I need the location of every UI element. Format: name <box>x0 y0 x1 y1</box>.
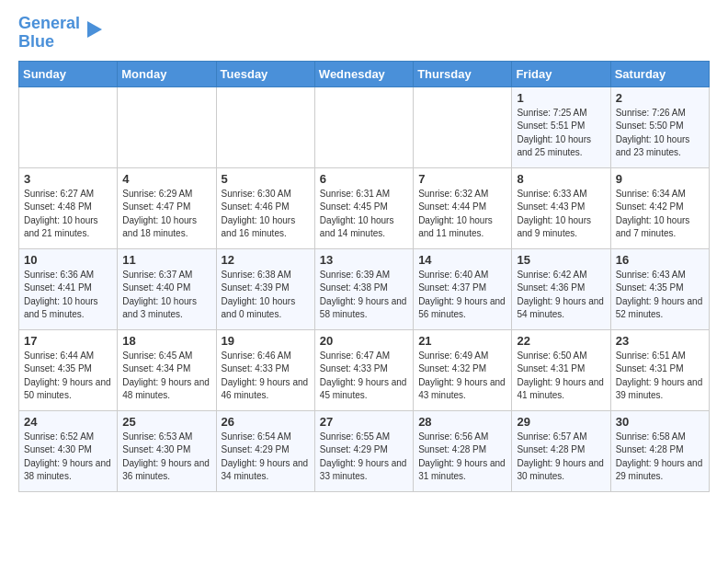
day-number: 28 <box>418 415 506 429</box>
calendar-cell: 2Sunrise: 7:26 AM Sunset: 5:50 PM Daylig… <box>610 86 709 167</box>
header-monday: Monday <box>118 61 216 86</box>
header-tuesday: Tuesday <box>216 61 314 86</box>
day-detail: Sunrise: 6:37 AM Sunset: 4:40 PM Dayligh… <box>122 269 210 322</box>
calendar-cell: 15Sunrise: 6:42 AM Sunset: 4:36 PM Dayli… <box>512 248 610 329</box>
week-row-1: 1Sunrise: 7:25 AM Sunset: 5:51 PM Daylig… <box>19 86 710 167</box>
day-number: 26 <box>222 415 310 429</box>
calendar-cell <box>118 86 216 167</box>
calendar-cell <box>216 86 314 167</box>
calendar-cell: 10Sunrise: 6:36 AM Sunset: 4:41 PM Dayli… <box>19 248 118 329</box>
calendar-cell <box>414 86 512 167</box>
header-saturday: Saturday <box>610 61 709 86</box>
day-detail: Sunrise: 6:31 AM Sunset: 4:45 PM Dayligh… <box>320 188 408 241</box>
day-number: 19 <box>222 334 310 348</box>
day-detail: Sunrise: 7:25 AM Sunset: 5:51 PM Dayligh… <box>517 107 605 160</box>
calendar-cell: 19Sunrise: 6:46 AM Sunset: 4:33 PM Dayli… <box>216 329 314 410</box>
day-detail: Sunrise: 6:33 AM Sunset: 4:43 PM Dayligh… <box>517 188 605 241</box>
calendar-cell: 16Sunrise: 6:43 AM Sunset: 4:35 PM Dayli… <box>610 248 709 329</box>
day-number: 14 <box>418 253 506 267</box>
day-number: 2 <box>616 91 704 105</box>
day-number: 20 <box>320 334 408 348</box>
day-detail: Sunrise: 6:40 AM Sunset: 4:37 PM Dayligh… <box>418 269 506 322</box>
day-detail: Sunrise: 6:43 AM Sunset: 4:35 PM Dayligh… <box>616 269 704 322</box>
logo-icon <box>84 19 104 40</box>
week-row-2: 3Sunrise: 6:27 AM Sunset: 4:48 PM Daylig… <box>19 167 710 248</box>
logo-text: General Blue <box>18 15 80 52</box>
calendar-cell: 6Sunrise: 6:31 AM Sunset: 4:45 PM Daylig… <box>314 167 413 248</box>
week-row-3: 10Sunrise: 6:36 AM Sunset: 4:41 PM Dayli… <box>19 248 710 329</box>
svg-marker-0 <box>87 21 102 38</box>
day-detail: Sunrise: 6:50 AM Sunset: 4:31 PM Dayligh… <box>517 350 605 403</box>
day-number: 4 <box>122 172 210 186</box>
day-number: 7 <box>418 172 506 186</box>
calendar-table: SundayMondayTuesdayWednesdayThursdayFrid… <box>18 61 710 492</box>
header-wednesday: Wednesday <box>314 61 413 86</box>
day-detail: Sunrise: 6:45 AM Sunset: 4:34 PM Dayligh… <box>122 350 210 403</box>
calendar-cell: 30Sunrise: 6:58 AM Sunset: 4:28 PM Dayli… <box>610 410 709 491</box>
calendar-cell: 17Sunrise: 6:44 AM Sunset: 4:35 PM Dayli… <box>19 329 118 410</box>
calendar-cell: 7Sunrise: 6:32 AM Sunset: 4:44 PM Daylig… <box>414 167 512 248</box>
day-number: 9 <box>616 172 704 186</box>
day-number: 1 <box>517 91 605 105</box>
day-number: 22 <box>517 334 605 348</box>
calendar-cell: 5Sunrise: 6:30 AM Sunset: 4:46 PM Daylig… <box>216 167 314 248</box>
calendar-cell: 1Sunrise: 7:25 AM Sunset: 5:51 PM Daylig… <box>512 86 610 167</box>
day-detail: Sunrise: 6:53 AM Sunset: 4:30 PM Dayligh… <box>122 431 210 484</box>
calendar-cell: 4Sunrise: 6:29 AM Sunset: 4:47 PM Daylig… <box>118 167 216 248</box>
calendar-cell: 21Sunrise: 6:49 AM Sunset: 4:32 PM Dayli… <box>414 329 512 410</box>
calendar-cell: 25Sunrise: 6:53 AM Sunset: 4:30 PM Dayli… <box>118 410 216 491</box>
day-detail: Sunrise: 7:26 AM Sunset: 5:50 PM Dayligh… <box>616 107 704 160</box>
day-number: 8 <box>517 172 605 186</box>
day-detail: Sunrise: 6:57 AM Sunset: 4:28 PM Dayligh… <box>517 431 605 484</box>
calendar-cell: 14Sunrise: 6:40 AM Sunset: 4:37 PM Dayli… <box>414 248 512 329</box>
day-detail: Sunrise: 6:58 AM Sunset: 4:28 PM Dayligh… <box>616 431 704 484</box>
calendar-cell: 24Sunrise: 6:52 AM Sunset: 4:30 PM Dayli… <box>19 410 118 491</box>
day-number: 24 <box>24 415 112 429</box>
day-detail: Sunrise: 6:27 AM Sunset: 4:48 PM Dayligh… <box>24 188 112 241</box>
day-number: 13 <box>320 253 408 267</box>
day-detail: Sunrise: 6:44 AM Sunset: 4:35 PM Dayligh… <box>24 350 112 403</box>
day-detail: Sunrise: 6:39 AM Sunset: 4:38 PM Dayligh… <box>320 269 408 322</box>
day-detail: Sunrise: 6:47 AM Sunset: 4:33 PM Dayligh… <box>320 350 408 403</box>
day-detail: Sunrise: 6:30 AM Sunset: 4:46 PM Dayligh… <box>222 188 310 241</box>
calendar-cell: 22Sunrise: 6:50 AM Sunset: 4:31 PM Dayli… <box>512 329 610 410</box>
day-detail: Sunrise: 6:46 AM Sunset: 4:33 PM Dayligh… <box>222 350 310 403</box>
day-number: 30 <box>616 415 704 429</box>
day-number: 29 <box>517 415 605 429</box>
day-detail: Sunrise: 6:32 AM Sunset: 4:44 PM Dayligh… <box>418 188 506 241</box>
day-detail: Sunrise: 6:56 AM Sunset: 4:28 PM Dayligh… <box>418 431 506 484</box>
day-number: 21 <box>418 334 506 348</box>
week-row-5: 24Sunrise: 6:52 AM Sunset: 4:30 PM Dayli… <box>19 410 710 491</box>
day-number: 25 <box>122 415 210 429</box>
calendar-cell: 29Sunrise: 6:57 AM Sunset: 4:28 PM Dayli… <box>512 410 610 491</box>
day-number: 15 <box>517 253 605 267</box>
calendar-header-row: SundayMondayTuesdayWednesdayThursdayFrid… <box>19 61 710 86</box>
day-detail: Sunrise: 6:36 AM Sunset: 4:41 PM Dayligh… <box>24 269 112 322</box>
calendar-cell: 28Sunrise: 6:56 AM Sunset: 4:28 PM Dayli… <box>414 410 512 491</box>
day-number: 10 <box>24 253 112 267</box>
calendar-cell: 23Sunrise: 6:51 AM Sunset: 4:31 PM Dayli… <box>610 329 709 410</box>
day-detail: Sunrise: 6:54 AM Sunset: 4:29 PM Dayligh… <box>222 431 310 484</box>
calendar-cell: 20Sunrise: 6:47 AM Sunset: 4:33 PM Dayli… <box>314 329 413 410</box>
calendar-cell: 8Sunrise: 6:33 AM Sunset: 4:43 PM Daylig… <box>512 167 610 248</box>
day-detail: Sunrise: 6:38 AM Sunset: 4:39 PM Dayligh… <box>222 269 310 322</box>
calendar-cell: 13Sunrise: 6:39 AM Sunset: 4:38 PM Dayli… <box>314 248 413 329</box>
calendar-cell: 11Sunrise: 6:37 AM Sunset: 4:40 PM Dayli… <box>118 248 216 329</box>
header-thursday: Thursday <box>414 61 512 86</box>
day-detail: Sunrise: 6:49 AM Sunset: 4:32 PM Dayligh… <box>418 350 506 403</box>
calendar-cell: 3Sunrise: 6:27 AM Sunset: 4:48 PM Daylig… <box>19 167 118 248</box>
day-number: 16 <box>616 253 704 267</box>
day-number: 23 <box>616 334 704 348</box>
day-number: 6 <box>320 172 408 186</box>
day-number: 17 <box>24 334 112 348</box>
header-friday: Friday <box>512 61 610 86</box>
day-detail: Sunrise: 6:51 AM Sunset: 4:31 PM Dayligh… <box>616 350 704 403</box>
calendar-cell <box>314 86 413 167</box>
calendar-cell: 9Sunrise: 6:34 AM Sunset: 4:42 PM Daylig… <box>610 167 709 248</box>
day-detail: Sunrise: 6:29 AM Sunset: 4:47 PM Dayligh… <box>122 188 210 241</box>
day-detail: Sunrise: 6:52 AM Sunset: 4:30 PM Dayligh… <box>24 431 112 484</box>
calendar-cell: 18Sunrise: 6:45 AM Sunset: 4:34 PM Dayli… <box>118 329 216 410</box>
page-header: General Blue <box>18 15 710 52</box>
day-detail: Sunrise: 6:55 AM Sunset: 4:29 PM Dayligh… <box>320 431 408 484</box>
day-number: 27 <box>320 415 408 429</box>
